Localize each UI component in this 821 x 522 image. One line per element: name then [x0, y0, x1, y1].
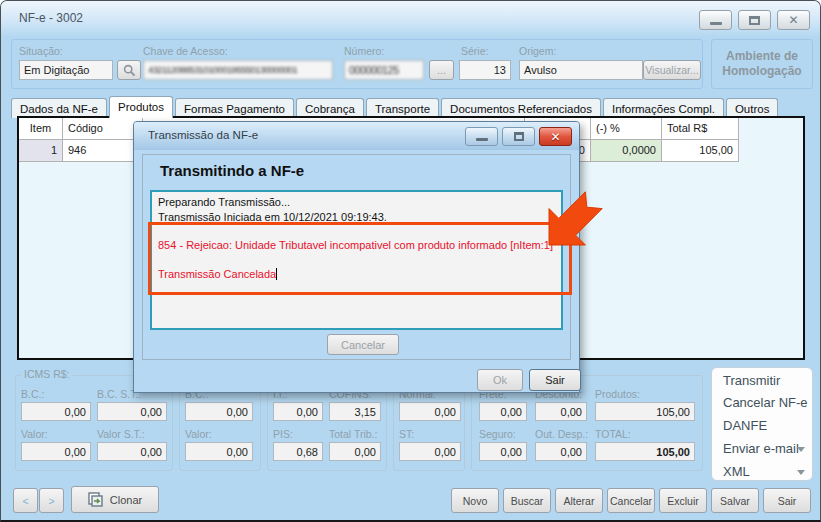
- g2-valor-label: Valor:: [185, 428, 212, 440]
- column-header-desconto-pct[interactable]: (-) %: [591, 118, 662, 140]
- g5-produtos-field[interactable]: 105,00: [595, 402, 695, 421]
- xml-button[interactable]: XML: [723, 464, 750, 479]
- g2-valor-field[interactable]: 0,00: [185, 442, 253, 461]
- chave-acesso-label: Chave de Acesso:: [143, 45, 228, 57]
- column-header-total[interactable]: Total R$: [662, 118, 739, 140]
- clone-icon: [88, 492, 104, 507]
- row-cell-desconto-pct[interactable]: 0,0000: [591, 140, 662, 162]
- novo-button[interactable]: Novo: [451, 488, 499, 513]
- g5-desconto-field[interactable]: 0,00: [535, 402, 587, 421]
- nfe-window: NF-e - 3002 ✕ Situação: Em Digitação Cha…: [0, 0, 821, 522]
- dialog-close-button[interactable]: ✕: [539, 127, 572, 146]
- tab-outros[interactable]: Outros: [726, 98, 779, 118]
- g5-seguro-field[interactable]: 0,00: [479, 442, 527, 461]
- g4-st-label: ST:: [399, 428, 414, 440]
- sair-button[interactable]: Sair: [763, 488, 811, 513]
- dialog-restore-icon: [514, 132, 524, 141]
- g5-frete-field[interactable]: 0,00: [479, 402, 527, 421]
- icms-bc-label: B.C.:: [21, 388, 44, 400]
- g3-ii-field[interactable]: 0,00: [273, 402, 323, 421]
- clonar-button[interactable]: Clonar: [71, 486, 159, 513]
- tab-produtos[interactable]: Produtos: [109, 96, 173, 118]
- icms-valorst-field[interactable]: 0,00: [97, 442, 167, 461]
- g5-outdesp-label: Out. Desp.:: [535, 428, 588, 440]
- tab-informacoes-compl[interactable]: Informações Compl.: [603, 98, 724, 118]
- dialog-close-icon: ✕: [550, 131, 560, 143]
- minimize-icon: [710, 22, 722, 25]
- origem-label: Origem:: [519, 45, 556, 57]
- dialog-minimize-icon: [476, 138, 488, 141]
- dialog-restore-button[interactable]: [502, 127, 535, 146]
- arrow-annotation-icon: [531, 171, 611, 255]
- cancelar-nfe-button[interactable]: Cancelar NF-e: [723, 395, 808, 410]
- ambiente-line2: Homologação: [712, 64, 812, 79]
- xml-caret-icon[interactable]: [797, 470, 805, 475]
- tab-transporte[interactable]: Transporte: [366, 98, 439, 118]
- situacao-label: Situação:: [19, 45, 63, 57]
- dialog-sair-button[interactable]: Sair: [529, 369, 581, 391]
- g3-totaltrib-field[interactable]: 0,00: [329, 442, 381, 461]
- danfe-button[interactable]: DANFE: [723, 418, 767, 433]
- cancelar-button[interactable]: Cancelar: [607, 488, 655, 513]
- tab-documentos-referenciados[interactable]: Documentos Referenciados: [441, 98, 601, 118]
- maximize-button[interactable]: [738, 10, 771, 30]
- dialog-minimize-button[interactable]: [465, 127, 498, 146]
- g5-outdesp-field[interactable]: 0,00: [535, 442, 587, 461]
- alterar-button[interactable]: Alterar: [555, 488, 603, 513]
- ambiente-line1: Ambiente de: [712, 49, 812, 64]
- prev-record-button[interactable]: <: [13, 488, 38, 513]
- icms-bc-field[interactable]: 0,00: [21, 402, 91, 421]
- excluir-button[interactable]: Excluir: [659, 488, 707, 513]
- minimize-button[interactable]: [699, 10, 732, 30]
- enviar-email-caret-icon[interactable]: [797, 447, 805, 452]
- dialog-cancelar-button[interactable]: Cancelar: [327, 334, 399, 355]
- icms-valor-field[interactable]: 0,00: [21, 442, 91, 461]
- tab-strip: Dados da NF-e Produtos Formas Pagamento …: [11, 93, 780, 117]
- next-record-button[interactable]: >: [39, 488, 64, 513]
- row-cell-codigo[interactable]: 946: [63, 140, 143, 162]
- tab-cobranca[interactable]: Cobrança: [296, 98, 364, 118]
- chave-acesso-field[interactable]: 43211208853101000195550130000001: [143, 60, 333, 80]
- dialog-ok-button[interactable]: Ok: [477, 369, 523, 391]
- row-cell-item[interactable]: 1: [19, 140, 63, 162]
- tab-dados-da-nfe[interactable]: Dados da NF-e: [11, 98, 107, 118]
- window-titlebar[interactable]: NF-e - 3002 ✕: [1, 1, 820, 37]
- buscar-button[interactable]: Buscar: [503, 488, 551, 513]
- dialog-titlebar[interactable]: Transmissão da NF-e ✕: [134, 122, 579, 150]
- g5-total-label: TOTAL:: [595, 428, 631, 440]
- search-button[interactable]: [117, 60, 141, 80]
- column-header-codigo[interactable]: Código: [63, 118, 143, 140]
- g5-total-field[interactable]: 105,00: [595, 442, 695, 461]
- g3-totaltrib-label: Total Trib.:: [329, 428, 377, 440]
- g4-st-field[interactable]: 0,00: [399, 442, 461, 461]
- dialog-title: Transmissão da NF-e: [148, 129, 258, 141]
- serie-field[interactable]: 13: [459, 60, 511, 80]
- numero-browse-button[interactable]: ...: [429, 60, 454, 80]
- clonar-label: Clonar: [110, 494, 142, 506]
- column-header-item[interactable]: Item: [19, 118, 63, 140]
- transmitir-button[interactable]: Transmitir: [723, 373, 780, 388]
- numero-field[interactable]: 000000125: [344, 60, 424, 80]
- error-highlight-annotation: [148, 222, 572, 295]
- close-icon: ✕: [788, 14, 798, 26]
- salvar-button[interactable]: Salvar: [711, 488, 759, 513]
- tab-formas-pagamento[interactable]: Formas Pagamento: [175, 98, 294, 118]
- g5-produtos-label: Produtos:: [595, 388, 640, 400]
- close-button[interactable]: ✕: [777, 10, 810, 30]
- numero-label: Número:: [344, 45, 384, 57]
- enviar-email-button[interactable]: Enviar e-mail: [723, 441, 799, 456]
- serie-label: Série:: [461, 45, 488, 57]
- icms-valorst-label: Valor S.T.:: [97, 428, 145, 440]
- g3-pis-field[interactable]: 0,68: [273, 442, 323, 461]
- g2-bc-field[interactable]: 0,00: [185, 402, 253, 421]
- g4-normal-field[interactable]: 0,00: [399, 402, 461, 421]
- situacao-field[interactable]: Em Digitação: [19, 60, 113, 80]
- row-cell-total[interactable]: 105,00: [662, 140, 739, 162]
- icms-legend: ICMS R$:: [21, 368, 73, 380]
- icms-bcst-field[interactable]: 0,00: [97, 402, 167, 421]
- maximize-icon: [749, 16, 760, 25]
- visualizar-button[interactable]: Visualizar...: [643, 60, 701, 80]
- origem-field[interactable]: Avulso: [519, 60, 643, 80]
- g3-cofins-field[interactable]: 3,15: [329, 402, 381, 421]
- search-icon: [123, 64, 136, 77]
